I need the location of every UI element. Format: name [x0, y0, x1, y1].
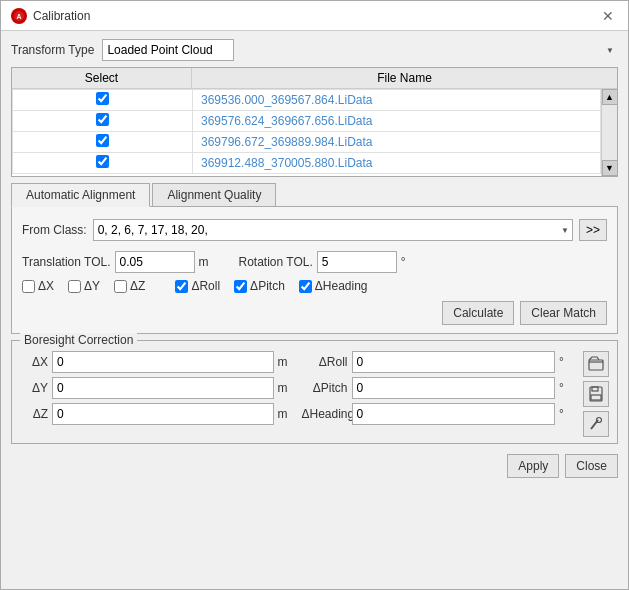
boresight-dpitch-label: ΔPitch: [302, 381, 348, 395]
tol-row: Translation TOL. m Rotation TOL. °: [22, 251, 607, 273]
boresight-dpitch-input[interactable]: [352, 377, 556, 399]
from-class-select-wrapper: 0, 2, 6, 7, 17, 18, 20,: [93, 219, 573, 241]
boresight-dz-input[interactable]: [52, 403, 274, 425]
boresight-droll-row: ΔRoll °: [302, 351, 576, 373]
row-checkbox[interactable]: [96, 155, 109, 168]
boresight-dpitch-unit: °: [559, 381, 575, 395]
title-bar: A Calibration ✕: [1, 1, 628, 31]
from-class-select[interactable]: 0, 2, 6, 7, 17, 18, 20,: [93, 219, 573, 241]
table-cell-filename: 369912.488_370005.880.LiData: [193, 153, 601, 174]
rotation-tol-unit: °: [401, 255, 406, 269]
boresight-dheading-unit: °: [559, 407, 575, 421]
checkbox-dx[interactable]: ΔX: [22, 279, 54, 293]
table-row: 369796.672_369889.984.LiData: [13, 132, 601, 153]
table-inner: 369536.000_369567.864.LiData 369576.624_…: [12, 89, 601, 176]
boresight-dheading-label: ΔHeading: [302, 407, 348, 421]
table-cell-checkbox: [13, 132, 193, 153]
checkbox-dx-input[interactable]: [22, 280, 35, 293]
translation-tol-group: Translation TOL. m: [22, 251, 209, 273]
checkbox-dy[interactable]: ΔY: [68, 279, 100, 293]
boresight-open-button[interactable]: [583, 351, 609, 377]
rotation-tol-input[interactable]: [317, 251, 397, 273]
boresight-dx-unit: m: [278, 355, 294, 369]
checkbox-dz[interactable]: ΔZ: [114, 279, 145, 293]
boresight-legend: Boresight Correction: [20, 333, 137, 347]
boresight-right-col: ΔRoll ° ΔPitch ° ΔHeading °: [302, 351, 576, 437]
rotation-tol-group: Rotation TOL. °: [239, 251, 406, 273]
apply-button[interactable]: Apply: [507, 454, 559, 478]
from-class-row: From Class: 0, 2, 6, 7, 17, 18, 20, >>: [22, 219, 607, 241]
tabs-section: Automatic Alignment Alignment Quality Fr…: [11, 183, 618, 334]
svg-rect-5: [591, 395, 601, 400]
svg-text:A: A: [16, 13, 21, 20]
boresight-droll-input[interactable]: [352, 351, 556, 373]
transform-type-row: Transform Type Loaded Point Cloud: [11, 39, 618, 61]
svg-rect-4: [592, 387, 598, 391]
transform-type-label: Transform Type: [11, 43, 94, 57]
scrollbar-track: [602, 105, 617, 160]
boresight-tool-button[interactable]: [583, 411, 609, 437]
checkbox-dpitch-input[interactable]: [234, 280, 247, 293]
table-cell-checkbox: [13, 153, 193, 174]
row-checkbox[interactable]: [96, 92, 109, 105]
table-header-row: Select File Name: [12, 68, 617, 89]
close-button[interactable]: ✕: [598, 9, 618, 23]
calibration-window: A Calibration ✕ Transform Type Loaded Po…: [0, 0, 629, 590]
checkbox-droll-input[interactable]: [175, 280, 188, 293]
boresight-left-col: ΔX m ΔY m ΔZ m: [20, 351, 294, 437]
checkbox-dpitch-label: ΔPitch: [250, 279, 285, 293]
close-dialog-button[interactable]: Close: [565, 454, 618, 478]
boresight-dz-unit: m: [278, 407, 294, 421]
title-bar-left: A Calibration: [11, 8, 90, 24]
checkbox-dy-label: ΔY: [84, 279, 100, 293]
checkbox-dheading[interactable]: ΔHeading: [299, 279, 368, 293]
table-row: 369912.488_370005.880.LiData: [13, 153, 601, 174]
translation-tol-unit: m: [199, 255, 209, 269]
checkbox-dz-input[interactable]: [114, 280, 127, 293]
table-header-select: Select: [12, 68, 192, 88]
tab-automatic-alignment[interactable]: Automatic Alignment: [11, 183, 150, 207]
boresight-save-button[interactable]: [583, 381, 609, 407]
transform-type-select[interactable]: Loaded Point Cloud: [102, 39, 234, 61]
boresight-dx-row: ΔX m: [20, 351, 294, 373]
row-checkbox[interactable]: [96, 113, 109, 126]
checkbox-row: ΔX ΔY ΔZ ΔRoll: [22, 279, 607, 293]
window-body: Transform Type Loaded Point Cloud Select…: [1, 31, 628, 589]
app-icon: A: [11, 8, 27, 24]
checkbox-droll-label: ΔRoll: [191, 279, 220, 293]
arrow-button[interactable]: >>: [579, 219, 607, 241]
checkbox-droll[interactable]: ΔRoll: [175, 279, 220, 293]
calculate-button[interactable]: Calculate: [442, 301, 514, 325]
scrollbar-up-btn[interactable]: ▲: [602, 89, 618, 105]
boresight-droll-unit: °: [559, 355, 575, 369]
checkbox-dy-input[interactable]: [68, 280, 81, 293]
tab-alignment-quality[interactable]: Alignment Quality: [152, 183, 276, 206]
checkbox-dx-label: ΔX: [38, 279, 54, 293]
table-row: 369536.000_369567.864.LiData: [13, 90, 601, 111]
row-checkbox[interactable]: [96, 134, 109, 147]
alignment-btn-row: Calculate Clear Match: [22, 301, 607, 325]
boresight-dy-input[interactable]: [52, 377, 274, 399]
table-cell-filename: 369796.672_369889.984.LiData: [193, 132, 601, 153]
file-table: 369536.000_369567.864.LiData 369576.624_…: [12, 89, 601, 174]
boresight-dpitch-row: ΔPitch °: [302, 377, 576, 399]
table-cell-checkbox: [13, 90, 193, 111]
boresight-dy-label: ΔY: [20, 381, 48, 395]
tabs-container: Automatic Alignment Alignment Quality: [11, 183, 618, 207]
boresight-dx-input[interactable]: [52, 351, 274, 373]
boresight-dheading-input[interactable]: [352, 403, 556, 425]
clear-match-button[interactable]: Clear Match: [520, 301, 607, 325]
transform-select-wrapper: Loaded Point Cloud: [102, 39, 618, 61]
scrollbar-right: ▲ ▼: [601, 89, 617, 176]
boresight-icon-col: [583, 351, 609, 437]
translation-tol-input[interactable]: [115, 251, 195, 273]
checkbox-dheading-input[interactable]: [299, 280, 312, 293]
table-cell-checkbox: [13, 111, 193, 132]
scrollbar-down-btn[interactable]: ▼: [602, 160, 618, 176]
checkbox-dheading-label: ΔHeading: [315, 279, 368, 293]
boresight-dheading-row: ΔHeading °: [302, 403, 576, 425]
file-table-container: Select File Name 369536.000_369567.864.L…: [11, 67, 618, 177]
checkbox-dpitch[interactable]: ΔPitch: [234, 279, 285, 293]
table-scroll-wrapper: 369536.000_369567.864.LiData 369576.624_…: [12, 89, 617, 176]
table-cell-filename: 369576.624_369667.656.LiData: [193, 111, 601, 132]
